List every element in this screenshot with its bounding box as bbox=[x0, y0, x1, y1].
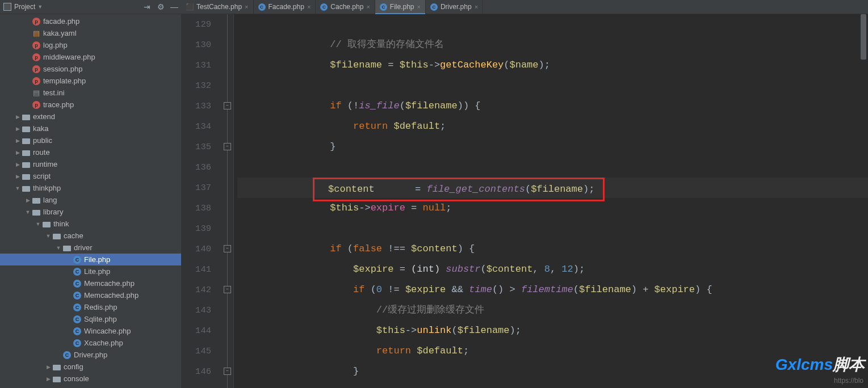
expand-arrow-icon[interactable] bbox=[35, 221, 41, 227]
tree-item-library[interactable]: library bbox=[0, 206, 181, 218]
tree-item-driver[interactable]: driver bbox=[0, 242, 181, 254]
tree-item-label: File.php bbox=[84, 255, 110, 264]
fold-marker-icon[interactable]: – bbox=[224, 286, 231, 293]
line-number: 133 bbox=[182, 96, 211, 116]
php-tab-icon: C bbox=[430, 3, 438, 11]
tab-testcache-php[interactable]: ⬛TestCache.php× bbox=[182, 0, 254, 14]
tab-cache-php[interactable]: CCache.php× bbox=[316, 0, 375, 14]
expand-arrow-icon[interactable] bbox=[25, 209, 31, 215]
expand-arrow-icon[interactable] bbox=[15, 162, 20, 167]
tree-item-lite-php[interactable]: CLite.php bbox=[0, 265, 181, 277]
line-number: 138 bbox=[182, 198, 211, 218]
class-file-icon: C bbox=[62, 351, 72, 360]
tree-item-facade-php[interactable]: pfacade.php bbox=[0, 15, 181, 27]
tree-item-cache[interactable]: cache bbox=[0, 230, 181, 242]
code-content[interactable]: // 取得变量的存储文件名 $filename = $this->getCach… bbox=[234, 14, 868, 388]
tree-item-memcache-php[interactable]: CMemcache.php bbox=[0, 277, 181, 289]
tree-item-label: Driver.php bbox=[74, 351, 107, 359]
tree-item-public[interactable]: public bbox=[0, 134, 181, 146]
expand-arrow-icon[interactable] bbox=[15, 174, 20, 179]
folder-icon bbox=[22, 160, 31, 169]
tree-item-trace-php[interactable]: ptrace.php bbox=[0, 99, 181, 111]
editor-scrollbar[interactable] bbox=[861, 14, 866, 60]
tree-item-label: Wincache.php bbox=[84, 327, 131, 335]
expand-arrow-icon[interactable] bbox=[56, 245, 61, 251]
tab-label: TestCache.php bbox=[196, 3, 242, 11]
tree-item-runtime[interactable]: runtime bbox=[0, 158, 181, 170]
tree-item-label: route bbox=[33, 148, 50, 157]
close-tab-icon[interactable]: × bbox=[366, 3, 370, 10]
tree-item-xcache-php[interactable]: CXcache.php bbox=[0, 337, 181, 349]
expand-arrow-icon[interactable] bbox=[15, 185, 20, 191]
hide-icon[interactable]: — bbox=[170, 3, 178, 11]
tree-item-kaka[interactable]: kaka bbox=[0, 123, 181, 134]
tree-item-session-php[interactable]: psession.php bbox=[0, 63, 181, 75]
tree-item-label: lang bbox=[43, 196, 57, 204]
fold-marker-icon[interactable]: – bbox=[224, 102, 231, 109]
tree-item-lang[interactable]: lang bbox=[0, 194, 181, 206]
tree-item-label: extend bbox=[33, 112, 55, 121]
tree-item-label: template.php bbox=[43, 77, 86, 85]
expand-arrow-icon[interactable] bbox=[15, 138, 20, 144]
collapse-icon[interactable]: ⇥ bbox=[143, 3, 151, 11]
tree-item-route[interactable]: route bbox=[0, 146, 181, 158]
folder-icon bbox=[32, 196, 41, 205]
expand-arrow-icon[interactable] bbox=[45, 233, 51, 239]
fold-marker-icon[interactable]: – bbox=[224, 245, 231, 252]
project-tool-header[interactable]: Project ▼ ⇥ ⚙ — bbox=[0, 0, 182, 14]
project-title: Project bbox=[14, 3, 35, 11]
tree-item-script[interactable]: script bbox=[0, 170, 181, 182]
tree-item-label: trace.php bbox=[43, 100, 74, 109]
fold-strip[interactable]: – – – – – bbox=[221, 14, 234, 388]
code-line bbox=[237, 218, 868, 239]
project-tree[interactable]: pfacade.php▤kaka.yamlplog.phppmiddleware… bbox=[0, 14, 182, 388]
tree-item-sqlite-php[interactable]: CSqlite.php bbox=[0, 313, 181, 325]
tree-item-extend[interactable]: extend bbox=[0, 111, 181, 123]
gear-icon[interactable]: ⚙ bbox=[157, 3, 165, 11]
code-line: return $default; bbox=[237, 341, 868, 361]
test-tab-icon: ⬛ bbox=[186, 3, 194, 11]
code-line: return $default; bbox=[237, 116, 868, 137]
tree-item-label: console bbox=[64, 374, 89, 383]
tree-item-template-php[interactable]: ptemplate.php bbox=[0, 75, 181, 87]
tab-facade-php[interactable]: CFacade.php× bbox=[254, 0, 316, 14]
tree-item-memcached-php[interactable]: CMemcached.php bbox=[0, 289, 181, 301]
tree-item-redis-php[interactable]: CRedis.php bbox=[0, 301, 181, 313]
tree-item-think[interactable]: think bbox=[0, 218, 181, 230]
tab-label: File.php bbox=[390, 3, 414, 11]
close-tab-icon[interactable]: × bbox=[417, 3, 421, 10]
tree-item-driver-php[interactable]: CDriver.php bbox=[0, 349, 181, 361]
expand-arrow-icon[interactable] bbox=[15, 114, 20, 120]
code-line bbox=[237, 157, 868, 178]
expand-arrow-icon[interactable] bbox=[45, 376, 51, 382]
close-tab-icon[interactable]: × bbox=[307, 3, 311, 10]
line-number: 146 bbox=[182, 361, 211, 382]
code-line: if (0 != $expire && time() > filemtime($… bbox=[237, 280, 868, 300]
tree-item-log-php[interactable]: plog.php bbox=[0, 39, 181, 51]
tab-driver-php[interactable]: CDriver.php× bbox=[426, 0, 483, 14]
tree-item-config[interactable]: config bbox=[0, 361, 181, 373]
folder-icon bbox=[22, 124, 31, 133]
expand-arrow-icon[interactable] bbox=[45, 364, 51, 370]
tree-item-console[interactable]: console bbox=[0, 373, 181, 385]
tree-item-kaka-yaml[interactable]: ▤kaka.yaml bbox=[0, 27, 181, 39]
fold-marker-icon[interactable]: – bbox=[224, 143, 231, 150]
php-file-icon: p bbox=[32, 65, 41, 74]
tree-item-file-php[interactable]: CFile.php bbox=[0, 254, 181, 265]
close-tab-icon[interactable]: × bbox=[475, 3, 478, 10]
folder-icon bbox=[62, 243, 72, 252]
code-line: //缓存过期删除缓存文件 bbox=[237, 300, 868, 320]
tree-item-thinkphp[interactable]: thinkphp bbox=[0, 182, 181, 194]
close-tab-icon[interactable]: × bbox=[245, 3, 248, 10]
code-line: } bbox=[237, 137, 868, 157]
expand-arrow-icon[interactable] bbox=[15, 126, 20, 132]
tree-item-wincache-php[interactable]: CWincache.php bbox=[0, 325, 181, 337]
code-editor[interactable]: 1291301311321331341351361371381391401411… bbox=[182, 14, 868, 388]
tree-item-test-ini[interactable]: ▤test.ini bbox=[0, 87, 181, 99]
fold-marker-icon[interactable]: – bbox=[224, 368, 231, 375]
tree-item-middleware-php[interactable]: pmiddleware.php bbox=[0, 51, 181, 63]
code-line bbox=[237, 14, 868, 35]
tab-file-php[interactable]: CFile.php× bbox=[375, 0, 426, 14]
expand-arrow-icon[interactable] bbox=[15, 150, 20, 155]
expand-arrow-icon[interactable] bbox=[25, 197, 31, 203]
